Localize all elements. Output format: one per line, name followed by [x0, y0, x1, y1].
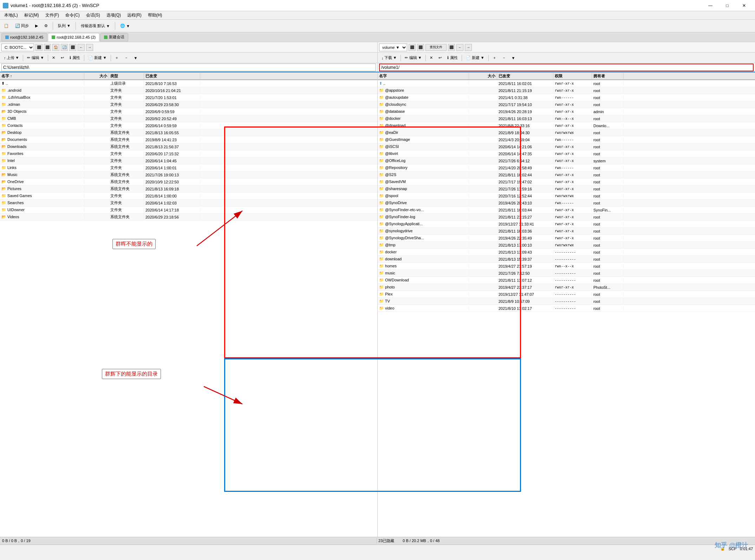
right-nav-btn-2[interactable]: ⬛ [417, 44, 424, 51]
right-file-row[interactable]: 📁 @appstore 2021/8/11 21:15:19 rwxr-xr-x… [378, 87, 755, 94]
left-col-modified[interactable]: 已改变 [144, 73, 200, 79]
maximize-button[interactable]: □ [719, 0, 735, 11]
right-edit-btn[interactable]: ✏ 编辑 ▼ [402, 54, 424, 62]
session-tab-new[interactable]: 新建会话 [100, 33, 128, 41]
toolbar-btn-1[interactable]: 📋 [1, 21, 11, 31]
left-file-row[interactable]: 📂 Desktop 系统文件夹 2021/8/13 16:05:55 [0, 129, 377, 136]
left-filter-btn[interactable]: ▼ [131, 54, 140, 62]
left-file-row[interactable]: 📂 3D Objects 文件夹 2020/6/9 0:59:59 [0, 108, 377, 115]
left-edit-btn[interactable]: ✏ 编辑 ▼ [25, 54, 46, 62]
minimize-button[interactable]: — [702, 0, 718, 11]
right-col-size[interactable]: 大小 [469, 73, 497, 79]
right-file-row[interactable]: 📁 @eaDir 2021/8/9 18:04:30 rwxrwxrwx roo… [378, 129, 755, 136]
right-file-row[interactable]: 📁 @cloudsync 2021/7/17 19:54:10 rwxr-xr-… [378, 101, 755, 108]
left-file-row[interactable]: 📂 Downloads 系统文件夹 2021/8/13 21:56:37 [0, 143, 377, 150]
left-col-type[interactable]: 类型 [109, 73, 144, 79]
right-file-row[interactable]: 📁 download 2021/8/13 15:39:37 ----------… [378, 256, 755, 263]
globe-button[interactable]: 🌐 ▼ [118, 21, 132, 31]
left-file-row[interactable]: 📂 Documents 系统文件夹 2019/8/9 14:41:23 [0, 136, 377, 143]
left-rename-btn[interactable]: ↩ [58, 54, 66, 62]
right-file-row[interactable]: 📁 TV 2021/8/9 10:57:09 ---------- root [378, 298, 755, 305]
left-props-btn[interactable]: ℹ 属性 [67, 54, 82, 62]
right-file-row[interactable]: 📁 @tmp 2021/8/13 17:00:10 rwxrwxrwx root [378, 242, 755, 249]
right-file-row[interactable]: 📁 docker 2021/8/13 13:09:43 ---------- r… [378, 249, 755, 256]
right-file-row[interactable]: 📁 @iSCSI 2020/6/14 14:21:06 rwxr-xr-x ro… [378, 143, 755, 150]
left-file-row[interactable]: 📁 .android 文件夹 2020/10/16 21:04:21 [0, 87, 377, 94]
left-nav-btn-1[interactable]: ⬛ [35, 44, 43, 51]
left-delete-btn[interactable]: ✕ [50, 54, 58, 62]
left-nav-btn-3[interactable]: 🏠 [52, 44, 59, 51]
right-file-row[interactable]: 📁 homes 2019/4/27 21:57:19 rwx--x--x roo… [378, 263, 755, 270]
right-file-row[interactable]: 📁 @autoupdate 2021/4/1 0:31:38 rwx------… [378, 94, 755, 101]
left-file-row[interactable]: 📁 Searches 文件夹 2020/6/14 1:02:03 [0, 200, 377, 207]
left-address-input[interactable] [1, 64, 376, 71]
right-nav-btn-3[interactable]: ⬛ [448, 44, 455, 51]
left-file-row[interactable]: 📁 CMB 文件夹 2020/9/2 20:52:49 [0, 115, 377, 122]
left-plus-btn[interactable]: ＋ [112, 54, 121, 62]
left-forward-btn[interactable]: → [86, 44, 93, 51]
left-upload-btn[interactable]: ↑上传 ▼ [1, 54, 21, 62]
left-file-row[interactable]: 📁 Links 文件夹 2020/6/14 1:00:01 [0, 164, 377, 171]
left-file-row[interactable]: 📁 Saved Games 文件夹 2021/8/14 1:00:00 [0, 193, 377, 200]
left-nav-btn-4[interactable]: 🔄 [61, 44, 68, 51]
left-file-row[interactable]: 📁 UIDowner 文件夹 2020/6/14 14:17:18 [0, 207, 377, 214]
right-file-row[interactable]: 📁 @SynoFinder-etc-vo... 2021/8/11 16:03:… [378, 207, 755, 214]
left-new-btn[interactable]: 📄 新建 ▼ [86, 54, 109, 62]
menu-local[interactable]: 本地(L) [1, 12, 21, 19]
left-file-row[interactable]: 📁 .xdman 文件夹 2020/6/29 23:58:30 [0, 101, 377, 108]
right-new-btn[interactable]: 📄 新建 ▼ [463, 54, 487, 62]
right-props-btn[interactable]: ℹ 属性 [445, 54, 460, 62]
left-file-row[interactable]: 📁 Intel 文件夹 2020/6/14 1:04:45 [0, 157, 377, 164]
right-file-row[interactable]: 📁 music 2021/7/26 7:12:50 ---------- roo… [378, 270, 755, 277]
right-col-owner[interactable]: 拥有者 [592, 73, 624, 79]
right-file-row[interactable]: 📁 OWDownload 2021/8/11 13:07:12 --------… [378, 277, 755, 284]
left-file-row[interactable]: 📁 Contacts 文件夹 2020/6/14 0:59:59 [0, 122, 377, 129]
left-file-row[interactable]: 📂 Music 系统文件夹 2021/7/26 19:00:13 [0, 171, 377, 178]
transfer-options-button[interactable]: 传输选项 默认 ▼ [78, 21, 112, 31]
menu-file[interactable]: 文件(F) [43, 12, 62, 19]
menu-session[interactable]: 会话(S) [83, 12, 103, 19]
left-nav-btn-2[interactable]: ⬛ [44, 44, 51, 51]
left-file-row[interactable]: 📁 Favorites 文件夹 2020/6/20 17:15:32 [0, 150, 377, 157]
right-file-row[interactable]: ⬆ .. 2021/8/11 16:02:01 rwxr-xr-x root [378, 80, 755, 87]
menu-options[interactable]: 选项(Q) [104, 12, 124, 19]
right-file-row[interactable]: 📁 @S2S 2021/8/11 16:02:44 rwxr-xr-x root [378, 171, 755, 178]
right-rename-btn[interactable]: ↩ [436, 54, 444, 62]
right-col-perm[interactable]: 权限 [553, 73, 592, 79]
left-file-row[interactable]: 📁 .LdVirtualBox 文件夹 2021/7/20 1:53:01 [0, 94, 377, 101]
close-button[interactable]: ✕ [736, 0, 752, 11]
toolbar-btn-4[interactable]: ⚙ [42, 21, 50, 31]
right-plus-btn[interactable]: ＋ [490, 54, 499, 62]
right-nav-btn-1[interactable]: ⬛ [409, 44, 416, 51]
right-file-row[interactable]: 📁 @GuestImage 2021/4/3 20:59:04 rwx-----… [378, 136, 755, 143]
right-address-input[interactable] [379, 64, 754, 71]
right-file-row[interactable]: 📁 @download 2021/8/8 22:33:16 rwxr-xr-x … [378, 122, 755, 129]
right-file-row[interactable]: 📁 @SynologyApplicati... 2019/12/27 11:33… [378, 221, 755, 228]
left-drive-dropdown[interactable]: C: BOOTC... [1, 44, 34, 51]
right-forward-btn[interactable]: → [465, 44, 472, 51]
left-file-row[interactable]: 📂 Videos 系统文件夹 2020/6/29 23:18:56 [0, 214, 377, 221]
right-col-name[interactable]: 名字 [378, 73, 469, 79]
right-download-btn[interactable]: ↓下载 ▼ [379, 54, 399, 62]
menu-mark[interactable]: 标记(M) [21, 12, 42, 19]
right-file-row[interactable]: 📁 @SynologyDriveSha... 2019/4/26 22:35:4… [378, 235, 755, 242]
left-file-row[interactable]: 📂 OneDrive 系统文件夹 2020/10/9 12:22:50 [0, 178, 377, 185]
right-file-row[interactable]: 📁 @SavedVM 2021/7/17 19:47:02 rwxr-xr-x … [378, 178, 755, 185]
toolbar-btn-3[interactable]: ▶ [33, 21, 40, 31]
queue-button[interactable]: 队列 ▼ [56, 21, 73, 31]
right-file-row[interactable]: 📁 @sharesnap 2021/7/26 11:59:16 rwxr-xr-… [378, 185, 755, 193]
right-minus-btn[interactable]: － [500, 54, 508, 62]
right-file-row[interactable]: 📁 @database 2019/4/26 20:28:19 rwxr-xr-x… [378, 108, 755, 115]
left-nav-btn-5[interactable]: ⬛ [69, 44, 76, 51]
right-file-row[interactable]: 📁 @Repository 2021/4/20 20:58:49 rwx----… [378, 164, 755, 171]
right-filter-btn[interactable]: ▼ [509, 54, 518, 62]
right-back-btn[interactable]: ← [456, 44, 463, 51]
right-col-modified[interactable]: 已改变 [497, 73, 553, 79]
right-file-row[interactable]: 📁 @spool 2020/7/16 12:52:44 rwxrwxrwx ro… [378, 193, 755, 200]
right-file-row[interactable]: 📁 @SynoDrive 2019/4/26 20:43:10 rwx-----… [378, 200, 755, 207]
right-file-row[interactable]: 📁 photo 2019/4/27 23:37:17 rwxr-xr-x Pho… [378, 284, 755, 291]
left-minus-btn[interactable]: － [122, 54, 131, 62]
right-file-row[interactable]: 📁 @libvirt 2020/6/14 14:47:35 rwxr-xr-x … [378, 150, 755, 157]
right-search-btn[interactable]: 查找文件 [425, 44, 447, 51]
right-file-row[interactable]: 📁 @synologydrive 2021/8/11 16:03:36 rwxr… [378, 228, 755, 235]
